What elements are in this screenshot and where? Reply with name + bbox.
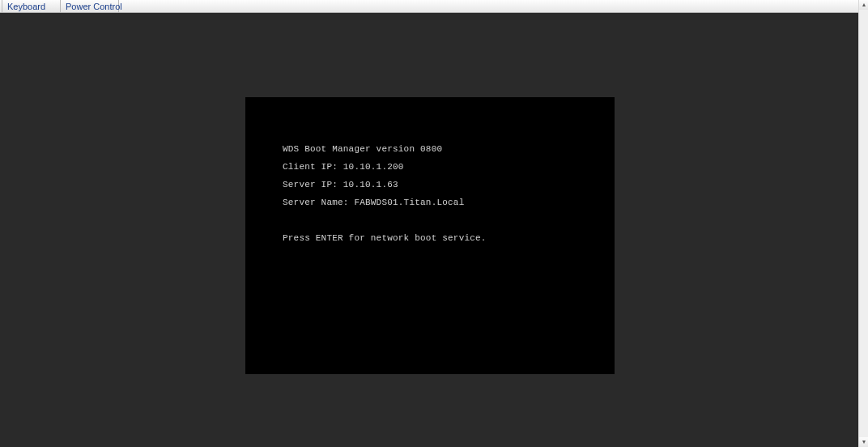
scroll-track[interactable] [859,10,868,437]
app-window: Keyboard Power Control WDS Boot Manager … [0,0,868,447]
chevron-down-icon: ▾ [862,439,866,445]
boot-line-server: Server IP: 10.10.1.63 [283,181,615,189]
scroll-down-button[interactable]: ▾ [859,437,868,447]
menu-power-control-label: Power Control [66,1,122,12]
boot-blank-line [283,216,615,225]
boot-screen: WDS Boot Manager version 0800 Client IP:… [245,97,615,374]
menu-keyboard[interactable]: Keyboard [2,0,61,12]
menu-power-control[interactable]: Power Control [60,0,119,12]
boot-line-client: Client IP: 10.10.1.200 [283,163,615,172]
remote-console-area[interactable]: WDS Boot Manager version 0800 Client IP:… [0,13,858,447]
boot-line-name: Server Name: FABWDS01.Titan.Local [283,198,615,207]
menu-keyboard-label: Keyboard [7,1,45,12]
boot-line-prompt: Press ENTER for network boot service. [283,234,615,243]
main-column: Keyboard Power Control WDS Boot Manager … [0,0,858,447]
boot-line-title: WDS Boot Manager version 0800 [283,145,615,154]
menu-bar: Keyboard Power Control [0,0,858,13]
scroll-up-button[interactable]: ▴ [859,0,868,10]
chevron-up-icon: ▴ [862,2,866,8]
vertical-scrollbar[interactable]: ▴ ▾ [858,0,868,447]
